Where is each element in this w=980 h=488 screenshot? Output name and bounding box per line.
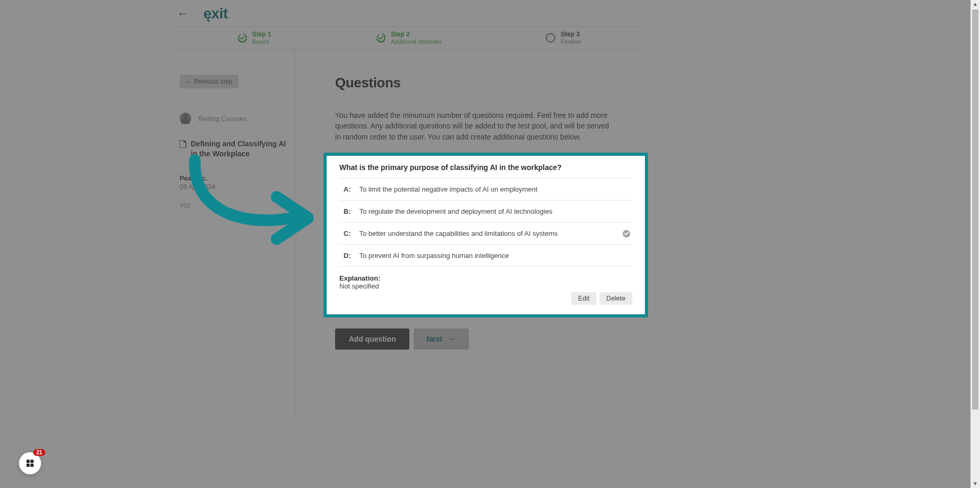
answer-letter: C: (344, 230, 354, 237)
next-button-label: Next (426, 335, 442, 343)
scroll-thumb[interactable] (972, 9, 978, 410)
help-widget-icon (25, 458, 35, 469)
delete-button[interactable]: Delete (600, 292, 632, 305)
file-icon (180, 140, 187, 151)
course-version: V02 (180, 202, 286, 208)
next-button[interactable]: Next → (414, 328, 468, 350)
add-question-button[interactable]: Add question (335, 328, 409, 350)
step-1-title: Step 1 (252, 31, 271, 38)
org-name: Pear Inc. (180, 175, 286, 182)
answer-text: To better understand the capabilities an… (359, 230, 618, 237)
answer-row[interactable]: A: To limit the potential negative impac… (339, 178, 632, 201)
answer-row[interactable]: D: To prevent AI from surpassing human i… (339, 245, 632, 267)
help-badge-count: 21 (33, 449, 45, 456)
previous-step-button[interactable]: ← Previous step (180, 75, 239, 88)
scrollbar[interactable]: ▲ ▼ (971, 0, 980, 488)
edit-button[interactable]: Edit (571, 292, 596, 305)
course-date: 08 Apr 2024 (180, 183, 286, 191)
course-title: Defining and Classifying AI in the Workp… (191, 139, 286, 159)
correct-badge-icon (623, 230, 630, 237)
step-3-subtitle: Finalise (561, 38, 581, 46)
intro-text: You have added the minumum number of que… (335, 110, 614, 142)
answer-text: To limit the potential negative impacts … (359, 185, 630, 193)
step-1[interactable]: Step 1 Basics (177, 27, 331, 49)
check-circle-icon (238, 33, 247, 43)
circle-icon (546, 33, 555, 43)
scroll-up-icon[interactable]: ▲ (973, 0, 978, 8)
step-3[interactable]: Step 3 Finalise (486, 27, 641, 49)
answer-text: To regulate the development and deployme… (359, 207, 630, 215)
step-2[interactable]: Step 2 Additional attributes (331, 27, 486, 49)
scroll-down-icon[interactable]: ▼ (973, 480, 978, 488)
brand-logo: ęxit (203, 5, 228, 22)
answer-letter: A: (344, 185, 354, 193)
answer-text: To prevent AI from surpassing human inte… (359, 252, 630, 260)
avatar (180, 113, 191, 124)
question-prompt: What is the primary purpose of classifyi… (339, 163, 632, 178)
answer-letter: B: (344, 207, 354, 215)
left-sidebar: ← Previous step Testing Courses Defining… (177, 49, 295, 418)
back-arrow-icon[interactable]: ← (177, 8, 189, 19)
stepper: Step 1 Basics Step 2 Additional attribut… (177, 26, 641, 49)
explanation-value: Not specified (339, 282, 632, 290)
page-title: Questions (335, 75, 641, 91)
question-card: What is the primary purpose of classifyi… (324, 153, 648, 317)
check-circle-icon (376, 33, 386, 43)
arrow-right-icon: → (448, 335, 456, 343)
help-widget[interactable]: 21 (19, 452, 41, 474)
step-2-title: Step 2 (391, 31, 442, 38)
answer-row[interactable]: B: To regulate the development and deplo… (339, 201, 632, 223)
step-1-subtitle: Basics (252, 38, 271, 46)
step-3-title: Step 3 (561, 31, 581, 38)
answer-row[interactable]: C: To better understand the capabilities… (339, 223, 632, 245)
explanation-label: Explanation: (339, 274, 632, 282)
answer-letter: D: (344, 252, 354, 260)
author-name: Testing Courses (198, 115, 247, 123)
step-2-subtitle: Additional attributes (391, 38, 442, 46)
